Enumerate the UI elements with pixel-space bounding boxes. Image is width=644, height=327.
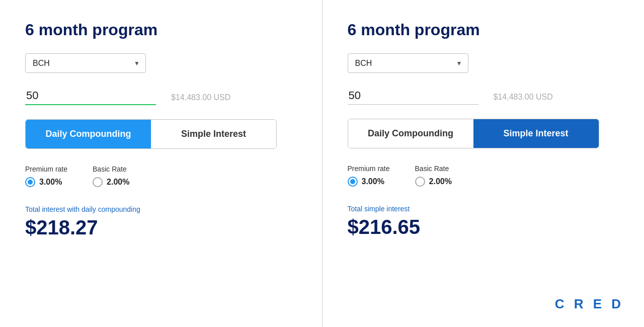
- right-basic-rate-group: Basic Rate 2.00%: [415, 165, 452, 187]
- right-basic-value: 2.00%: [429, 177, 452, 186]
- left-rates-section: Premium rate 3.00% Basic Rate 2.00%: [25, 165, 297, 187]
- left-amount-input[interactable]: [25, 87, 156, 105]
- left-premium-rate-group: Premium rate 3.00%: [25, 165, 67, 187]
- left-amount-input-wrapper[interactable]: [25, 87, 156, 105]
- left-basic-label: Basic Rate: [93, 165, 129, 173]
- right-rates-section: Premium rate 3.00% Basic Rate 2.00%: [348, 165, 619, 187]
- left-basic-rate-row: 2.00%: [93, 177, 129, 187]
- left-currency-select-wrapper[interactable]: BCH BTC ETH LTC ▼: [25, 53, 146, 73]
- right-total-section: Total simple interest $216.65: [348, 205, 619, 238]
- right-basic-radio[interactable]: [415, 177, 425, 187]
- right-premium-rate-group: Premium rate 3.00%: [348, 165, 390, 187]
- right-amount-row: $14,483.00 USD: [348, 87, 619, 105]
- left-premium-label: Premium rate: [25, 165, 67, 173]
- right-total-label: Total simple interest: [348, 205, 619, 213]
- left-premium-value: 3.00%: [39, 178, 62, 187]
- left-tabs-row: Daily Compounding Simple Interest: [25, 119, 277, 149]
- left-usd-value: $14,483.00 USD: [171, 93, 230, 105]
- left-total-label: Total interest with daily compounding: [25, 205, 297, 213]
- right-currency-select-wrapper[interactable]: BCH BTC ETH LTC ▼: [348, 53, 468, 73]
- right-tabs-row: Daily Compounding Simple Interest: [348, 119, 599, 148]
- right-tab-daily-compounding[interactable]: Daily Compounding: [348, 119, 473, 148]
- right-amount-input[interactable]: [348, 87, 478, 105]
- cred-logo: C R E D: [555, 296, 624, 312]
- right-premium-radio[interactable]: [348, 177, 358, 187]
- left-amount-row: $14,483.00 USD: [25, 87, 297, 105]
- left-basic-radio[interactable]: [93, 177, 103, 187]
- left-total-section: Total interest with daily compounding $2…: [25, 205, 297, 239]
- left-tab-daily-compounding[interactable]: Daily Compounding: [26, 120, 151, 148]
- right-premium-rate-row: 3.00%: [348, 177, 390, 187]
- right-basic-rate-row: 2.00%: [415, 177, 452, 187]
- left-premium-rate-row: 3.00%: [25, 177, 67, 187]
- left-tab-simple-interest[interactable]: Simple Interest: [151, 120, 276, 148]
- right-program-title: 6 month program: [348, 20, 619, 39]
- right-currency-select[interactable]: BCH BTC ETH LTC: [348, 53, 468, 73]
- left-premium-radio[interactable]: [25, 177, 35, 187]
- right-usd-value: $14,483.00 USD: [494, 93, 553, 105]
- left-basic-rate-group: Basic Rate 2.00%: [93, 165, 129, 187]
- right-total-amount: $216.65: [348, 216, 619, 238]
- left-panel: 6 month program BCH BTC ETH LTC ▼ $14,48…: [0, 0, 323, 327]
- right-tab-simple-interest[interactable]: Simple Interest: [473, 119, 599, 148]
- left-basic-value: 2.00%: [107, 178, 129, 187]
- left-currency-select[interactable]: BCH BTC ETH LTC: [25, 53, 146, 73]
- right-amount-input-wrapper[interactable]: [348, 87, 478, 105]
- right-basic-label: Basic Rate: [415, 165, 452, 173]
- right-premium-value: 3.00%: [362, 177, 384, 186]
- right-panel: 6 month program BCH BTC ETH LTC ▼ $14,48…: [323, 0, 645, 327]
- left-total-amount: $218.27: [25, 216, 297, 239]
- left-program-title: 6 month program: [25, 20, 297, 39]
- right-premium-label: Premium rate: [348, 165, 390, 173]
